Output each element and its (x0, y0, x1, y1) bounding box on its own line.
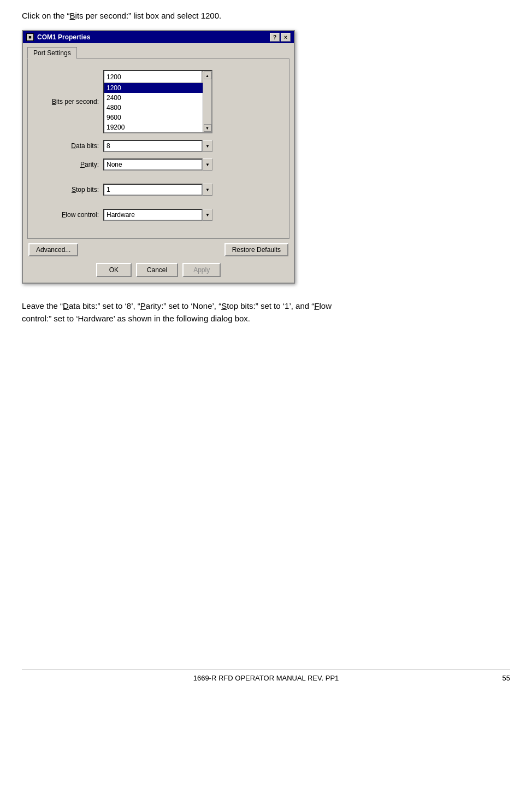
bits-per-second-listbox[interactable]: 1200 ▲ 1200 2400 4800 9600 19200 (103, 70, 212, 133)
listbox-item-9600[interactable]: 9600 (104, 113, 211, 122)
flow-control-row: Flow control: Hardware ▼ (39, 209, 278, 221)
stop-bits-arrow[interactable]: ▼ (203, 184, 212, 196)
dialog-wrapper: ■ COM1 Properties ? × Port Settings Bits… (22, 30, 510, 284)
spacer2 (39, 202, 278, 209)
dialog-tabs: Port Settings (23, 43, 294, 58)
cancel-button[interactable]: Cancel (136, 263, 178, 277)
advanced-button[interactable]: Advanced... (28, 243, 78, 256)
dialog-body: Bits per second: 1200 ▲ 1200 2400 (27, 58, 289, 239)
listbox-items-area: 1200 2400 4800 9600 19200 ▲ ▼ (104, 83, 211, 132)
flow-control-dropdown[interactable]: Hardware ▼ (103, 209, 212, 221)
dialog-icon: ■ (26, 33, 34, 41)
footer-manual-title: 1669-R RFD OPERATOR MANUAL REV. PP1 (120, 674, 412, 682)
data-bits-dropdown[interactable]: 8 ▼ (103, 140, 212, 152)
page-spacer (22, 341, 510, 669)
bits-per-second-label: Bits per second: (39, 98, 99, 105)
dialog-bottom-buttons: Advanced... Restore Defaults (23, 243, 294, 261)
parity-label: Parity: (39, 161, 99, 168)
restore-defaults-button[interactable]: Restore Defaults (224, 243, 288, 256)
data-bits-row: Data bits: 8 ▼ (39, 140, 278, 152)
apply-button[interactable]: Apply (182, 263, 221, 277)
parity-row: Parity: None ▼ (39, 159, 278, 171)
scrollbar-up[interactable]: ▲ (204, 72, 211, 79)
dialog-title: COM1 Properties (37, 33, 90, 41)
flow-control-value: Hardware (103, 209, 203, 221)
flow-control-label: Flow control: (39, 211, 99, 219)
com1-properties-dialog: ■ COM1 Properties ? × Port Settings Bits… (22, 30, 295, 284)
listbox-items-list: 1200 2400 4800 9600 19200 (104, 83, 211, 132)
bits-per-second-link: B (70, 11, 75, 20)
listbox-item-19200[interactable]: 19200 (104, 122, 211, 132)
listbox-current-value: 1200 (104, 72, 202, 82)
listbox-header: 1200 ▲ (104, 71, 211, 83)
stop-bits-row: Stop bits: 1 ▼ (39, 184, 278, 196)
listbox-scrollbar: ▲ ▼ (203, 71, 211, 132)
spacer (39, 177, 278, 184)
parity-dropdown[interactable]: None ▼ (103, 159, 212, 171)
data-bits-label: Data bits: (39, 142, 99, 150)
dialog-titlebar: ■ COM1 Properties ? × (23, 31, 294, 43)
stop-bits-label: Stop bits: (39, 186, 99, 193)
footer-left-spacer (22, 674, 120, 682)
flow-control-arrow[interactable]: ▼ (203, 209, 212, 221)
listbox-item-2400[interactable]: 2400 (104, 93, 211, 103)
footer-page-number: 55 (412, 674, 510, 682)
parity-arrow[interactable]: ▼ (203, 159, 212, 171)
data-bits-arrow[interactable]: ▼ (203, 140, 212, 152)
titlebar-controls: ? × (270, 33, 291, 42)
bits-per-second-row: Bits per second: 1200 ▲ 1200 2400 (39, 70, 278, 133)
dialog-footer: OK Cancel Apply (23, 261, 294, 283)
stop-bits-value: 1 (103, 184, 203, 196)
listbox-item-4800[interactable]: 4800 (104, 103, 211, 113)
page-footer: 1669-R RFD OPERATOR MANUAL REV. PP1 55 (22, 669, 510, 682)
bottom-paragraph: Leave the “Data bits:” set to ‘8’, “Pari… (22, 300, 510, 325)
close-button[interactable]: × (281, 33, 291, 42)
listbox-item-1200[interactable]: 1200 (104, 83, 211, 93)
intro-paragraph: Click on the “Bits per second:” list box… (22, 11, 510, 20)
data-bits-value: 8 (103, 140, 203, 152)
port-settings-tab[interactable]: Port Settings (27, 47, 77, 59)
parity-value: None (103, 159, 203, 171)
ok-button[interactable]: OK (96, 263, 132, 277)
stop-bits-dropdown[interactable]: 1 ▼ (103, 184, 212, 196)
scrollbar-down[interactable]: ▼ (204, 124, 211, 132)
help-button[interactable]: ? (270, 33, 280, 42)
titlebar-title-area: ■ COM1 Properties (26, 33, 90, 41)
